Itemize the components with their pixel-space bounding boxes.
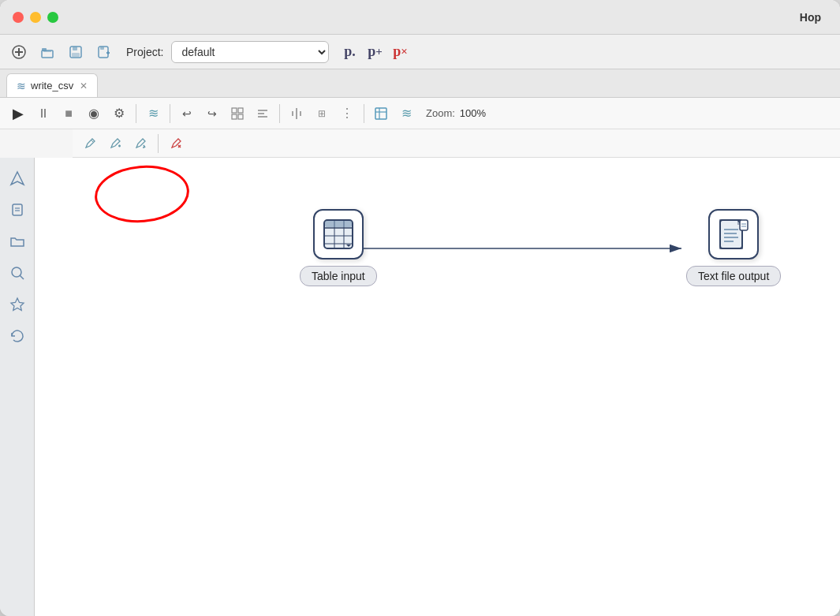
- tab-icon: ≋: [17, 80, 26, 92]
- text-file-output-label: Text file output: [686, 266, 781, 286]
- pencil-plus-icon: [109, 137, 121, 150]
- table-input-box[interactable]: [313, 209, 364, 259]
- pencil-x-icon: [170, 137, 182, 150]
- sidebar-folder-button[interactable]: [3, 227, 32, 256]
- text-file-output-icon: [718, 218, 749, 250]
- svg-rect-14: [232, 114, 237, 119]
- select-tool-button[interactable]: [79, 133, 101, 155]
- debug-button[interactable]: ⚙: [107, 102, 131, 125]
- maximize-button[interactable]: [47, 12, 58, 23]
- zoom-label: Zoom:: [426, 107, 455, 119]
- toolbar-separator-4: [364, 104, 364, 123]
- layout-icon: [375, 107, 387, 120]
- run-button[interactable]: ▶: [6, 102, 30, 125]
- pencil-down-icon: [134, 137, 147, 150]
- toolbar-separator-3: [279, 104, 280, 123]
- distribute-button[interactable]: [285, 102, 308, 125]
- title-bar: Hop: [0, 0, 840, 35]
- text-file-output-node[interactable]: Text file output: [686, 209, 781, 286]
- main-area: Table input: [0, 158, 840, 616]
- grid-icon: [231, 107, 244, 120]
- tab-label: write_csv: [31, 80, 73, 91]
- table-input-node[interactable]: Table input: [300, 209, 377, 286]
- project-label: Project:: [126, 46, 163, 58]
- p-buttons: p. p+ p×: [338, 41, 411, 63]
- svg-rect-15: [238, 114, 243, 119]
- plus-icon: [12, 45, 26, 59]
- svg-rect-33: [13, 204, 22, 215]
- project-select[interactable]: default: [171, 41, 329, 63]
- open-button[interactable]: [35, 39, 60, 65]
- svg-marker-38: [11, 298, 24, 311]
- svg-rect-53: [740, 220, 748, 230]
- layout-button[interactable]: [369, 102, 393, 125]
- svg-rect-7: [72, 53, 80, 57]
- distribute-icon: [290, 107, 303, 120]
- undo-button[interactable]: ↩: [175, 102, 199, 125]
- history-icon: [9, 328, 25, 344]
- preview-button[interactable]: ◉: [82, 102, 106, 125]
- sidebar-search-button[interactable]: [3, 259, 32, 287]
- sidebar: [0, 158, 35, 616]
- delete-note-button[interactable]: [165, 133, 187, 155]
- svg-rect-13: [238, 108, 243, 113]
- run-pause-annotation: [92, 162, 192, 226]
- redo-button[interactable]: ↪: [200, 102, 224, 125]
- minimize-button[interactable]: [30, 12, 41, 23]
- save-button[interactable]: [63, 39, 88, 65]
- close-button[interactable]: [13, 12, 24, 23]
- pause-button[interactable]: ⏸: [32, 102, 55, 125]
- pencil-icon: [84, 137, 96, 150]
- tab-close-button[interactable]: ✕: [80, 80, 88, 91]
- pipeline-canvas[interactable]: Table input: [35, 158, 840, 616]
- sidebar-navigate-button[interactable]: [3, 164, 32, 192]
- dots-button[interactable]: ⋮: [335, 102, 359, 125]
- p2-button[interactable]: p+: [364, 41, 386, 63]
- p3-button[interactable]: p×: [389, 41, 411, 63]
- favorites-icon: [9, 297, 25, 312]
- search-icon: [9, 265, 25, 281]
- annotation-toolbar: [73, 129, 840, 158]
- waves-button[interactable]: ≋: [394, 102, 418, 125]
- tabs-bar: ≋ write_csv ✕: [0, 69, 840, 98]
- sidebar-history-button[interactable]: [3, 322, 32, 350]
- text-file-output-box[interactable]: [708, 209, 759, 259]
- toolbar-separator-2: [170, 104, 170, 123]
- svg-marker-32: [11, 172, 24, 185]
- saveas-button[interactable]: [91, 39, 117, 65]
- main-toolbar: Project: default p. p+ p×: [0, 35, 840, 69]
- toolbar3-separator: [158, 134, 159, 153]
- pipeline-toolbar: ▶ ⏸ ■ ◉ ⚙ ≋ ↩ ↪: [0, 98, 840, 129]
- sidebar-files-button[interactable]: [3, 196, 32, 224]
- sidebar-favorites-button[interactable]: [3, 290, 32, 319]
- new-button[interactable]: [6, 39, 32, 65]
- stop-button[interactable]: ■: [57, 102, 80, 125]
- app-title: Hop: [71, 11, 827, 24]
- table-input-icon: [323, 218, 354, 250]
- align-button[interactable]: [251, 102, 274, 125]
- svg-rect-12: [232, 108, 237, 113]
- svg-rect-47: [325, 221, 352, 227]
- toolbar-separator-1: [136, 104, 136, 123]
- table-input-label: Table input: [300, 266, 377, 286]
- files-icon: [9, 202, 25, 218]
- zoom-value: 100%: [460, 107, 486, 119]
- tab-write-csv[interactable]: ≋ write_csv ✕: [6, 73, 98, 97]
- folder-icon: [9, 233, 25, 249]
- svg-rect-6: [73, 47, 77, 50]
- open-icon: [40, 45, 54, 59]
- nodes-button[interactable]: ⊞: [310, 102, 334, 125]
- p1-button[interactable]: p.: [338, 41, 360, 63]
- save-icon: [69, 45, 83, 59]
- app-window: Hop: [0, 0, 840, 616]
- window-controls: [13, 12, 58, 23]
- svg-line-37: [20, 275, 24, 279]
- move-down-button[interactable]: [129, 133, 151, 155]
- grid-button[interactable]: [226, 102, 249, 125]
- svg-rect-9: [100, 47, 104, 50]
- navigate-icon: [9, 170, 25, 186]
- saveas-icon: [97, 45, 111, 59]
- add-note-button[interactable]: [104, 133, 126, 155]
- wave-button[interactable]: ≋: [141, 102, 165, 125]
- align-icon: [256, 107, 269, 120]
